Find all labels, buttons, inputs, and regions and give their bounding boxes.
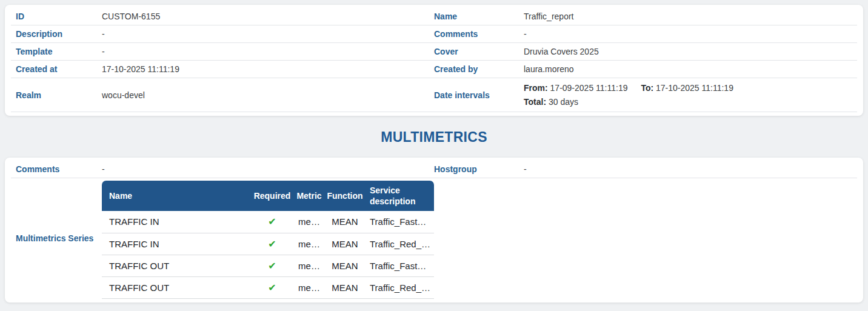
column-header-required: Required: [252, 181, 292, 211]
hostgroup-label: Hostgroup: [434, 164, 524, 174]
series-name: TRAFFIC OUT: [102, 255, 252, 276]
hostgroup-value: -: [524, 164, 852, 174]
check-icon: ✔: [268, 283, 276, 293]
to-label: To:: [641, 83, 653, 93]
service-description-cell: Traffic_Fast…: [364, 211, 434, 233]
date-intervals-label: Date intervals: [434, 90, 524, 100]
table-row: TRAFFIC OUT ✔ me… MEAN Traffic_Red_…: [102, 276, 434, 298]
detail-left: Template -: [16, 47, 434, 56]
id-value: CUSTOM-6155: [102, 12, 434, 21]
check-icon: ✔: [268, 261, 276, 271]
function-cell: MEAN: [326, 255, 364, 276]
name-label: Name: [434, 12, 524, 21]
multimetrics-series-row: Multimetrics Series Name Required Metric…: [11, 178, 857, 299]
detail-left: Description -: [16, 29, 434, 39]
detail-row-template-cover: Template - Cover Druvia Covers 2025: [11, 43, 857, 61]
total-label: Total:: [524, 97, 546, 107]
template-label: Template: [16, 47, 102, 56]
detail-row-createdat-createdby: Created at 17-10-2025 11:11:19 Created b…: [11, 61, 857, 78]
detail-row-realm-dateintervals: Realm wocu-devel Date intervals From: 17…: [11, 78, 857, 112]
column-header-name: Name: [102, 181, 252, 211]
multimetrics-series-label: Multimetrics Series: [16, 233, 102, 243]
created-at-value: 17-10-2025 11:11:19: [102, 64, 434, 74]
detail-right: Date intervals From: 17-09-2025 11:11:19…: [434, 81, 852, 109]
required-cell: ✔: [252, 255, 292, 276]
detail-right: Created by laura.moreno: [434, 64, 852, 74]
table-row: TRAFFIC IN ✔ me… MEAN Traffic_Red_…: [102, 233, 434, 255]
detail-right: Name Traffic_report: [434, 12, 852, 21]
description-label: Description: [16, 29, 102, 39]
column-header-metric: Metric: [292, 181, 326, 211]
service-description-cell: Traffic_Red_…: [364, 276, 434, 298]
detail-right: Hostgroup -: [434, 164, 852, 174]
realm-label: Realm: [16, 90, 102, 100]
function-cell: MEAN: [326, 276, 364, 298]
total-value: 30 days: [549, 97, 578, 107]
required-cell: ✔: [252, 233, 292, 255]
detail-left: Created at 17-10-2025 11:11:19: [16, 64, 434, 74]
function-cell: MEAN: [326, 211, 364, 233]
mm-comments-value: -: [102, 164, 434, 174]
detail-left: Comments -: [16, 164, 434, 174]
comments-label: Comments: [434, 29, 524, 39]
table-row: TRAFFIC IN ✔ me… MEAN Traffic_Fast…: [102, 211, 434, 233]
id-label: ID: [16, 12, 102, 21]
service-description-cell: Traffic_Fast…: [364, 255, 434, 276]
series-name: TRAFFIC OUT: [102, 276, 252, 298]
detail-row-comments-hostgroup: Comments - Hostgroup -: [11, 161, 857, 178]
cover-value: Druvia Covers 2025: [524, 47, 852, 56]
multimetrics-card: Comments - Hostgroup - Multimetrics Seri…: [5, 158, 863, 303]
check-icon: ✔: [268, 239, 276, 249]
cover-label: Cover: [434, 47, 524, 56]
column-header-function: Function: [326, 181, 364, 211]
series-name: TRAFFIC IN: [102, 211, 252, 233]
template-value: -: [102, 47, 434, 56]
required-cell: ✔: [252, 211, 292, 233]
detail-row-id-name: ID CUSTOM-6155 Name Traffic_report: [11, 8, 857, 25]
description-value: -: [102, 29, 434, 39]
created-by-value: laura.moreno: [524, 64, 852, 74]
to-value: 17-10-2025 11:11:19: [656, 83, 733, 93]
multimetrics-section-title: MULTIMETRICS: [0, 116, 868, 158]
detail-left: Realm wocu-devel: [16, 90, 434, 100]
table-header-row: Name Required Metric Function Service de…: [102, 181, 434, 211]
series-name: TRAFFIC IN: [102, 233, 252, 255]
service-description-cell: Traffic_Red_…: [364, 233, 434, 255]
date-intervals-total: Total: 30 days: [524, 95, 852, 109]
detail-right: Cover Druvia Covers 2025: [434, 47, 852, 56]
report-details-card: ID CUSTOM-6155 Name Traffic_report Descr…: [5, 5, 863, 116]
column-header-service-description: Service description: [364, 181, 434, 211]
detail-left: ID CUSTOM-6155: [16, 12, 434, 21]
date-intervals-value: From: 17-09-2025 11:11:19 To: 17-10-2025…: [524, 81, 852, 109]
detail-row-description-comments: Description - Comments -: [11, 25, 857, 43]
created-by-label: Created by: [434, 64, 524, 74]
function-cell: MEAN: [326, 233, 364, 255]
metric-cell: me…: [292, 211, 326, 233]
from-label: From:: [524, 83, 548, 93]
date-intervals-from-to: From: 17-09-2025 11:11:19 To: 17-10-2025…: [524, 81, 852, 95]
table-row: TRAFFIC OUT ✔ me… MEAN Traffic_Fast…: [102, 255, 434, 276]
check-icon: ✔: [268, 216, 276, 227]
multimetrics-series-table: Name Required Metric Function Service de…: [102, 181, 434, 299]
realm-value: wocu-devel: [102, 90, 434, 100]
comments-value: -: [524, 29, 852, 39]
metric-cell: me…: [292, 233, 326, 255]
name-value: Traffic_report: [524, 12, 852, 21]
metric-cell: me…: [292, 255, 326, 276]
required-cell: ✔: [252, 276, 292, 298]
detail-right: Comments -: [434, 29, 852, 39]
mm-comments-label: Comments: [16, 164, 102, 174]
from-value: 17-09-2025 11:11:19: [550, 83, 628, 93]
metric-cell: me…: [292, 276, 326, 298]
created-at-label: Created at: [16, 64, 102, 74]
